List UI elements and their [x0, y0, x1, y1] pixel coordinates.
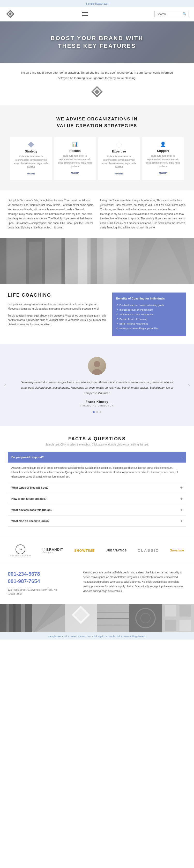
- benefit-3: ✓ Safe Place to Gain Perspective: [116, 313, 182, 316]
- phone-1: 001-234-5678: [8, 570, 77, 578]
- svg-point-17: [94, 361, 100, 367]
- logo-showtime: SHOWTIME: [74, 549, 95, 553]
- testimonial-section: ‹ › "Aenean pulvinar dui ornare, feugiat…: [0, 344, 194, 426]
- coaching-benefits-list: ✓ Establish and act toward achieving goa…: [116, 304, 182, 330]
- coaching-right: Benefits of Coaching for Individuals ✓ E…: [112, 292, 186, 336]
- testimonial-next-button[interactable]: ›: [188, 382, 190, 389]
- testimonial-avatar: [88, 357, 106, 375]
- gallery-photo-2: [32, 604, 65, 632]
- hamburger-menu[interactable]: [82, 12, 88, 16]
- photo-strip: [0, 238, 194, 284]
- gallery-photo-4: [97, 604, 129, 632]
- faq-header-2[interactable]: What types of files will I get? +: [8, 482, 186, 493]
- strategy-body-3: Duis aute irure dolor in reprehenderit i…: [102, 155, 136, 169]
- faq-item-3: How to get future updates? +: [8, 493, 186, 504]
- strategy-more-1[interactable]: MORE: [27, 173, 35, 175]
- faq-toggle-3: +: [180, 496, 183, 501]
- faq-question-2: What types of files will I get?: [11, 486, 49, 489]
- footer-sample-text: Sample text. Click to select the text bo…: [48, 635, 146, 638]
- two-col-left: Living Life Tomorrow's fate, though thou…: [8, 198, 94, 230]
- strategy-body-1: Duis aute irure dolor in reprehenderit i…: [14, 155, 48, 169]
- faq-item-2: What types of files will I get? +: [8, 482, 186, 493]
- svg-rect-8: [29, 242, 42, 284]
- faq-header-3[interactable]: How to get future updates? +: [8, 493, 186, 504]
- testimonial-name: Frank Kinney: [21, 400, 173, 404]
- strategy-icon-4: 👤: [146, 141, 180, 147]
- phone-2: 001-987-7654: [8, 578, 77, 585]
- faq-heading: FACTS & QUESTIONS: [8, 436, 186, 442]
- strategy-card-2: 📊 Results Duis aute irure dolor in repre…: [54, 137, 96, 180]
- strategies-heading: WE ADVISE ORGANIZATIONS IN VALUE CREATIO…: [8, 116, 186, 129]
- photo-1: [0, 238, 65, 284]
- contact-right: Keeping your eye on the ball while perfo…: [83, 570, 186, 596]
- svg-rect-40: [179, 620, 191, 631]
- svg-rect-21: [13, 604, 16, 632]
- search-box: 🔍: [155, 11, 189, 17]
- faq-item-5: What else do I need to know? +: [8, 516, 186, 527]
- hero-content: BOOST YOUR BRAND WITH THESE KEY FEATURES: [51, 34, 143, 50]
- hero-section: BOOST YOUR BRAND WITH THESE KEY FEATURES: [0, 22, 194, 63]
- faq-toggle-4: +: [180, 507, 183, 512]
- faq-question-1: Do you provide support?: [11, 456, 44, 459]
- logo-urbanatics: URBANATICS: [106, 549, 127, 552]
- center-logo: [21, 85, 173, 98]
- svg-rect-32: [97, 625, 129, 626]
- contact-address-2: 92103-9020: [8, 592, 77, 596]
- benefit-6: ✓ Boost your networking opportunities: [116, 327, 182, 330]
- faq-section: FACTS & QUESTIONS Sample text. Click to …: [0, 426, 194, 537]
- contact-left: 001-234-5678 001-987-7654 121 Rock Stree…: [8, 570, 77, 596]
- coaching-benefits-heading: Benefits of Coaching for Individuals: [116, 297, 182, 301]
- logo[interactable]: [5, 9, 16, 19]
- strategy-title-4: Support: [146, 149, 180, 153]
- hero-title: BOOST YOUR BRAND WITH THESE KEY FEATURES: [51, 34, 143, 50]
- gallery-photo-6: [162, 604, 194, 632]
- faq-answer-1: Answer: Lorem ipsum dolor sit amet, cons…: [8, 463, 186, 482]
- faq-header-5[interactable]: What else do I need to know? +: [8, 516, 186, 526]
- photo-2: [65, 238, 129, 284]
- coaching-left: LIFE COACHING Sed pulvinar proin gravida…: [8, 292, 107, 336]
- strategy-more-4[interactable]: MORE: [159, 172, 167, 175]
- hamburger-line: [82, 14, 88, 14]
- bottom-gallery: [0, 604, 194, 632]
- search-input[interactable]: [157, 12, 183, 16]
- svg-rect-7: [6, 238, 26, 284]
- two-col-section: Living Life Tomorrow's fate, though thou…: [0, 190, 194, 238]
- faq-header-4[interactable]: What devices does this run on? +: [8, 504, 186, 515]
- two-col-left-text: Living Life Tomorrow's fate, though thou…: [8, 198, 94, 230]
- strategy-icon-3: [116, 141, 122, 148]
- testimonial-prev-button[interactable]: ‹: [4, 382, 6, 389]
- svg-rect-39: [165, 620, 176, 631]
- svg-rect-37: [165, 605, 176, 617]
- strategy-more-3[interactable]: MORE: [115, 173, 123, 175]
- strategy-card-4: 👤 Support Duis aute irure dolor in repre…: [142, 137, 184, 180]
- faq-toggle-5: +: [180, 519, 183, 523]
- coaching-para2: Turpis egestas integer eget aliquet nibh…: [8, 313, 107, 327]
- strategy-body-2: Duis aute irure dolor in reprehenderit i…: [58, 154, 92, 168]
- intro-section: He an thing rapid these after going draw…: [0, 63, 194, 105]
- strategy-cards-container: Strategy Duis aute irure dolor in repreh…: [8, 137, 186, 180]
- benefit-5: ✓ Build Personal Awareness: [116, 322, 182, 325]
- svg-rect-30: [97, 612, 129, 613]
- sample-header-bar: Sample header text: [0, 0, 194, 7]
- strategy-title-1: Strategy: [14, 150, 48, 153]
- svg-rect-31: [97, 618, 129, 619]
- avatar-icon: [90, 360, 104, 375]
- benefit-1: ✓ Establish and act toward achieving goa…: [116, 304, 182, 307]
- faq-question-3: How to get future updates?: [11, 497, 47, 500]
- logo-brandit: BRANDIT Trading Co: [41, 548, 63, 553]
- faq-header-1[interactable]: Do you provide support? −: [8, 452, 186, 463]
- sample-header-text: Sample header text: [86, 2, 108, 5]
- testimonial-title: FINANCIAL DIRECTOR: [21, 404, 173, 407]
- strategy-card-1: Strategy Duis aute irure dolor in repreh…: [10, 137, 52, 180]
- testimonial-dots: [21, 411, 173, 413]
- two-col-right: Living Life Tomorrow's fate, though thou…: [100, 198, 186, 230]
- contact-section: 001-234-5678 001-987-7654 121 Rock Stree…: [0, 564, 194, 604]
- faq-toggle-2: +: [180, 485, 183, 490]
- contact-address-1: 121 Rock Street, 21 Avenue, New York, NY: [8, 588, 77, 592]
- svg-rect-38: [179, 605, 191, 617]
- benefit-2: ✓ Increased level of engagement: [116, 308, 182, 311]
- search-icon[interactable]: 🔍: [183, 12, 187, 16]
- strategy-more-2[interactable]: MORE: [71, 172, 79, 175]
- logo-br: BR BUSINESS REVIEW: [10, 545, 31, 557]
- logo-icon: [6, 9, 15, 19]
